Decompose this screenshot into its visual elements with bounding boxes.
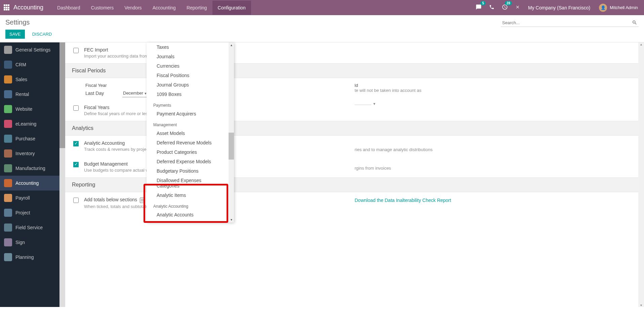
sidebar-item-crm[interactable]: CRM [0,57,59,72]
dropdown-item-currencies[interactable]: Currencies [147,61,229,71]
activities-icon[interactable]: 28 [500,2,510,13]
control-panel: Settings SAVE DISCARD [0,15,644,42]
top-menu: Dashboard Customers Vendors Accounting R… [52,1,251,15]
sidebar-item-label: Purchase [15,136,35,141]
sidebar-item-label: CRM [15,62,26,67]
sidebar-item-label: Project [15,210,30,215]
sidebar-item-label: eLearning [15,121,36,127]
page-title: Settings [5,19,56,26]
sidebar-item-general-settings[interactable]: General Settings [0,42,59,57]
sidebar-item-label: Inventory [15,151,35,156]
sidebar-item-purchase[interactable]: Purchase [0,131,59,146]
sidebar-item-field-service[interactable]: Field Service [0,220,59,235]
fiscal-years-checkbox[interactable] [73,105,79,111]
user-menu[interactable]: 👤 Mitchell Admin [596,4,641,12]
scroll-down-arrow[interactable]: ▾ [229,217,234,222]
fec-import-checkbox[interactable] [73,48,79,53]
dropdown-header-payments: Payments [147,101,229,109]
menu-configuration[interactable]: Configuration [212,1,251,15]
budget-management-checkbox[interactable] [73,162,79,167]
accounting-icon [4,179,12,187]
crm-icon [4,61,12,69]
search-icon[interactable] [632,20,637,25]
dropdown-item-disallowed-expenses-categories[interactable]: Disallowed Expenses Categories [147,176,229,191]
purchase-icon [4,135,12,143]
sidebar-item-sales[interactable]: Sales [0,72,59,87]
search-box[interactable] [501,19,639,27]
website-icon [4,105,12,113]
dropdown-item-analytic-items[interactable]: Analytic Items [147,191,229,200]
add-totals-checkbox[interactable] [73,198,79,203]
dropdown-item-journals[interactable]: Journals [147,52,229,61]
apps-icon[interactable] [3,4,10,11]
menu-customers[interactable]: Customers [86,1,119,15]
dropdown-item-product-categories[interactable]: Product Categories [147,147,229,157]
dropdown-header-analytic-accounting: Analytic Accounting [147,202,229,210]
rental-icon [4,90,12,98]
menu-vendors[interactable]: Vendors [119,1,147,15]
sales-icon [4,75,12,83]
dropdown-item-fiscal-positions[interactable]: Fiscal Positions [147,71,229,80]
sidebar-item-project[interactable]: Project [0,205,59,220]
sidebar-item-inventory[interactable]: Inventory [0,146,59,161]
messages-icon[interactable]: 5 [474,2,484,13]
user-name: Mitchell Admin [610,5,638,10]
discard-button[interactable]: DISCARD [28,30,56,39]
threshold-date-input[interactable] [355,105,371,105]
dropdown-item-analytic-accounts[interactable]: Analytic Accounts [147,210,229,219]
dropdown-scrollbar[interactable]: ▴ ▾ [229,42,234,222]
app-brand[interactable]: Accounting [13,4,43,11]
sidebar-item-label: Field Service [15,225,43,230]
sidebar-item-website[interactable]: Website [0,102,59,116]
dropdown-item-journal-groups[interactable]: Journal Groups [147,80,229,90]
phone-icon[interactable] [487,2,496,13]
analytic-right-partial: ries and to manage analytic distribution… [355,147,637,152]
manufacturing-icon [4,164,12,172]
sidebar-item-manufacturing[interactable]: Manufacturing [0,161,59,176]
content-scrollbar[interactable] [638,42,644,307]
sidebar-item-label: Sign [15,240,25,245]
company-selector[interactable]: My Company (San Francisco) [525,5,593,10]
menu-accounting[interactable]: Accounting [147,1,181,15]
sidebar-item-elearning[interactable]: eLearning [0,116,59,131]
dropdown-item-payment-acquirers[interactable]: Payment Acquirers [147,109,229,118]
dropdown-item-taxes[interactable]: Taxes [147,42,229,52]
dropdown-item-deferred-expense-models[interactable]: Deferred Expense Models [147,157,229,166]
save-button[interactable]: SAVE [5,30,25,39]
sidebar-item-planning[interactable]: Planning [0,250,59,265]
dropdown-item-asset-models[interactable]: Asset Models [147,129,229,138]
sidebar-item-accounting[interactable]: Accounting [0,176,59,191]
sidebar-item-rental[interactable]: Rental [0,87,59,102]
menu-reporting[interactable]: Reporting [181,1,212,15]
elearning-icon [4,120,12,128]
sidebar-item-label: Rental [15,92,29,97]
sidebar-item-label: Payroll [15,195,30,201]
sidebar-item-sign[interactable]: Sign [0,235,59,250]
analytic-accounting-checkbox[interactable] [73,141,79,146]
scroll-up-arrow[interactable]: ▴ [229,42,234,48]
sidebar-item-label: Accounting [15,180,39,186]
dropdown-item-analytic-account-groups[interactable]: Analytic Account Groups [147,219,229,222]
table-icon [140,198,145,203]
dropdown-item-deferred-revenue-models[interactable]: Deferred Revenue Models [147,138,229,147]
menu-dashboard[interactable]: Dashboard [52,1,86,15]
search-input[interactable] [502,20,632,25]
sidebar-item-payroll[interactable]: Payroll [0,191,59,205]
scroll-thumb[interactable] [229,133,234,160]
payroll-icon [4,194,12,202]
close-icon[interactable] [513,3,522,12]
activities-badge: 28 [505,1,512,5]
threshold-title-partial: ld [355,83,637,88]
threshold-desc-partial: te will not be taken into account as [355,88,637,93]
download-report-link[interactable]: Download the Data Inalterability Check R… [355,198,451,203]
dropdown-item-budgetary-positions[interactable]: Budgetary Positions [147,166,229,176]
add-totals-title: Add totals below sections [84,197,137,202]
dropdown-item-1099-boxes[interactable]: 1099 Boxes [147,90,229,99]
planning-icon [4,253,12,261]
sidebar-item-label: Sales [15,77,27,82]
top-navbar: Accounting Dashboard Customers Vendors A… [0,0,644,15]
sidebar-scrollbar[interactable] [59,42,65,307]
project-icon [4,209,12,217]
configuration-dropdown: TaxesJournalsCurrenciesFiscal PositionsJ… [147,42,234,222]
inventory-icon [4,149,12,158]
